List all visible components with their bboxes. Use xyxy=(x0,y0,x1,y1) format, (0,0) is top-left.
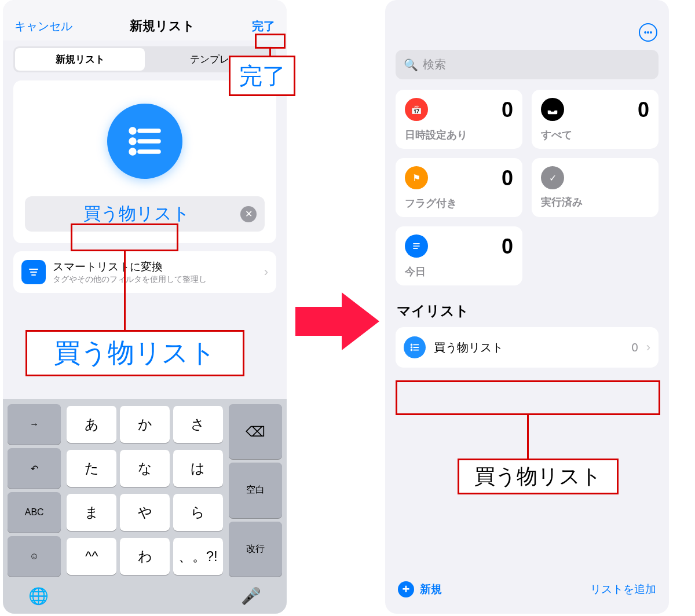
key-undo[interactable]: ↶ xyxy=(8,448,61,489)
add-list-button[interactable]: リストを追加 xyxy=(590,582,656,597)
tile-all[interactable]: 0 すべて xyxy=(532,90,659,149)
key-ma[interactable]: ま xyxy=(67,494,116,531)
smart-list-text: スマートリストに変換 タグやその他のフィルタを使用して整理し xyxy=(53,259,207,285)
key-sa[interactable]: さ xyxy=(173,406,223,443)
svg-point-16 xyxy=(411,350,412,351)
key-ha[interactable]: は xyxy=(173,450,223,487)
svg-point-4 xyxy=(131,150,134,153)
svg-point-12 xyxy=(411,344,412,346)
svg-marker-18 xyxy=(295,292,379,350)
key-ya[interactable]: や xyxy=(120,494,170,531)
clear-text-icon[interactable]: ✕ xyxy=(240,206,257,222)
ellipsis-icon: ••• xyxy=(644,28,653,37)
list-count: 0 xyxy=(632,341,638,354)
svg-point-14 xyxy=(411,347,412,348)
chevron-right-icon: › xyxy=(264,265,268,280)
tile-scheduled[interactable]: 📅0 日時設定あり xyxy=(396,90,522,149)
tile-flagged[interactable]: ⚑0 フラグ付き xyxy=(396,158,522,217)
arrow-right-icon xyxy=(295,289,382,353)
icon-preview xyxy=(25,92,265,196)
flag-icon: ⚑ xyxy=(405,166,428,189)
list-row-shopping[interactable]: 買う物リスト 0 › xyxy=(396,327,659,368)
svg-point-2 xyxy=(131,140,134,143)
callout-connector xyxy=(269,49,271,57)
mic-icon[interactable]: 🎤 xyxy=(241,586,261,606)
key-space[interactable]: 空白 xyxy=(229,463,282,518)
list-preview-card: 買う物リスト ✕ xyxy=(13,80,276,243)
bottom-toolbar: + 新規 リストを追加 xyxy=(385,571,669,614)
cancel-button[interactable]: キャンセル xyxy=(14,19,72,34)
modal-header: キャンセル 新規リスト 完了 xyxy=(3,0,287,41)
check-icon: ✓ xyxy=(541,166,564,189)
globe-icon[interactable]: 🌐 xyxy=(28,586,49,606)
key-caret[interactable]: ^^ xyxy=(67,538,116,575)
seg-new-list[interactable]: 新規リスト xyxy=(15,48,145,71)
key-arrow[interactable]: → xyxy=(8,404,61,445)
callout-box-list-row xyxy=(396,380,660,415)
svg-point-0 xyxy=(131,129,134,133)
search-icon: 🔍 xyxy=(404,58,418,72)
callout-box-name-input xyxy=(71,223,178,251)
list-name-value: 買う物リスト xyxy=(33,202,240,226)
callout-box-done-small xyxy=(255,34,286,49)
list-icon xyxy=(404,336,426,358)
key-na[interactable]: な xyxy=(120,450,170,487)
my-lists-heading: マイリスト xyxy=(397,302,657,320)
key-return[interactable]: 改行 xyxy=(229,522,282,577)
key-punct[interactable]: 、。?! xyxy=(173,538,223,575)
callout-connector xyxy=(124,251,126,331)
done-button[interactable]: 完了 xyxy=(252,19,275,34)
search-placeholder: 検索 xyxy=(423,57,446,72)
key-ka[interactable]: か xyxy=(120,406,170,443)
chevron-right-icon: › xyxy=(646,340,650,355)
key-abc[interactable]: ABC xyxy=(8,492,61,533)
key-backspace[interactable]: ⌫ xyxy=(229,404,282,459)
callout-connector xyxy=(527,415,529,459)
tile-today[interactable]: 0 今日 xyxy=(396,226,522,285)
search-input[interactable]: 🔍 検索 xyxy=(396,50,659,79)
more-button[interactable]: ••• xyxy=(639,23,657,42)
key-wa[interactable]: わ xyxy=(120,538,170,575)
key-ra[interactable]: ら xyxy=(173,494,223,531)
list-icon-circle[interactable] xyxy=(107,104,182,179)
jp-keyboard[interactable]: → ↶ ABC ☺ あかさ たなは まやら ^^わ、。?! ⌫ 空白 改行 🌐 … xyxy=(3,399,287,614)
list-lines-icon xyxy=(124,120,166,162)
callout-box-name-big: 買う物リスト xyxy=(25,330,244,376)
key-ta[interactable]: た xyxy=(67,450,116,487)
plus-circle-icon: + xyxy=(398,581,414,597)
callout-box-name-right: 買う物リスト xyxy=(458,459,619,494)
home-header: ••• xyxy=(385,0,669,47)
new-reminder-button[interactable]: + 新規 xyxy=(398,581,442,597)
modal-title: 新規リスト xyxy=(130,17,195,35)
tile-grid: 📅0 日時設定あり 0 すべて ⚑0 フラグ付き ✓ 実行済み 0 今日 xyxy=(385,90,669,285)
key-a[interactable]: あ xyxy=(67,406,116,443)
tray-icon xyxy=(541,98,564,121)
list-name-label: 買う物リスト xyxy=(434,340,624,355)
calendar-icon: 📅 xyxy=(405,98,428,121)
smart-list-row[interactable]: スマートリストに変換 タグやその他のフィルタを使用して整理し › xyxy=(13,251,276,293)
callout-box-done-big: 完了 xyxy=(229,56,295,96)
filter-icon xyxy=(21,260,46,284)
tile-completed[interactable]: ✓ 実行済み xyxy=(532,158,659,217)
phone-reminders-home: ••• 🔍 検索 📅0 日時設定あり 0 すべて ⚑0 フラグ付き ✓ 実行済み… xyxy=(385,0,669,614)
key-emoji[interactable]: ☺ xyxy=(8,536,61,577)
list-gear-icon xyxy=(405,234,428,258)
